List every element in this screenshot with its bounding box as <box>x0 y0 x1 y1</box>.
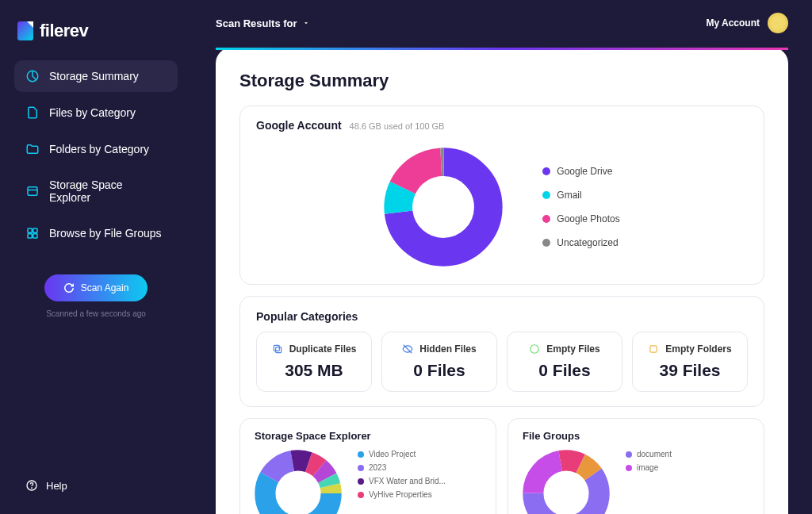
svg-rect-13 <box>275 347 281 353</box>
breadcrumb[interactable]: Scan Results for <box>216 17 310 29</box>
groups-legend: document image <box>626 450 672 472</box>
sidebar-item-storage-explorer[interactable]: Storage Space Explorer <box>14 170 178 213</box>
sidebar-item-file-groups[interactable]: Browse by File Groups <box>14 217 178 249</box>
category-value: 0 Files <box>390 361 488 380</box>
logo-icon <box>17 21 33 40</box>
legend-item: Gmail <box>542 190 619 201</box>
sidebar-item-folders-by-category[interactable]: Folders by Category <box>14 133 178 165</box>
sidebar-item-label: Browse by File Groups <box>49 227 162 240</box>
sidebar-item-label: Files by Category <box>49 106 136 119</box>
svg-rect-5 <box>28 234 32 238</box>
grid-icon <box>25 226 40 240</box>
storage-donut-chart <box>384 148 503 267</box>
category-card-empty-files[interactable]: Empty Files 0 Files <box>507 332 622 392</box>
pie-chart-icon <box>25 69 40 83</box>
scan-button-label: Scan Again <box>81 282 129 293</box>
category-value: 39 Files <box>641 361 739 380</box>
groups-title: File Groups <box>523 430 749 442</box>
empty-file-icon <box>529 343 540 355</box>
page-title: Storage Summary <box>239 71 764 91</box>
help-label: Help <box>46 480 67 492</box>
svg-rect-3 <box>28 228 32 232</box>
refresh-icon <box>63 282 75 293</box>
sidebar: filerev Storage Summary Files by Categor… <box>0 0 192 514</box>
google-account-card: Google Account 48.6 GB used of 100 GB Go… <box>239 105 764 285</box>
topbar: Scan Results for My Account <box>192 0 812 41</box>
avatar <box>768 13 788 33</box>
svg-point-16 <box>530 345 539 354</box>
sidebar-item-storage-summary[interactable]: Storage Summary <box>14 60 178 92</box>
brand-name: filerev <box>40 21 88 41</box>
account-usage-text: 48.6 GB used of 100 GB <box>350 121 445 131</box>
duplicate-icon <box>272 343 283 355</box>
svg-rect-6 <box>33 234 37 238</box>
explorer-icon <box>25 184 40 198</box>
chevron-down-icon <box>302 19 310 27</box>
empty-folder-icon <box>648 343 659 355</box>
sidebar-item-label: Storage Space Explorer <box>49 178 167 204</box>
file-icon <box>25 105 40 120</box>
file-groups-card[interactable]: File Groups document image <box>508 418 764 514</box>
sidebar-item-label: Storage Summary <box>49 70 139 82</box>
category-card-duplicate[interactable]: Duplicate Files 305 MB <box>256 332 372 392</box>
groups-donut-chart <box>523 450 610 514</box>
svg-rect-1 <box>28 187 37 196</box>
category-card-empty-folders[interactable]: Empty Folders 39 Files <box>632 332 748 392</box>
category-card-hidden[interactable]: Hidden Files 0 Files <box>381 332 497 392</box>
breadcrumb-label: Scan Results for <box>216 17 297 29</box>
legend-item: Google Photos <box>542 213 619 224</box>
main-content: Storage Summary Google Account 48.6 GB u… <box>216 48 788 514</box>
hidden-icon <box>402 343 413 355</box>
sidebar-item-label: Folders by Category <box>49 143 149 155</box>
storage-explorer-card[interactable]: Storage Space Explorer Video Pr <box>239 418 496 514</box>
account-label: My Account <box>706 17 760 29</box>
explorer-title: Storage Space Explorer <box>255 430 481 442</box>
legend-item: Google Drive <box>542 166 619 177</box>
folder-icon <box>25 142 40 156</box>
donut-legend: Google Drive Gmail Google Photos Uncateg… <box>542 166 619 248</box>
category-value: 0 Files <box>515 361 614 380</box>
explorer-donut-chart <box>255 450 342 514</box>
scan-status-text: Scanned a few seconds ago <box>14 309 178 318</box>
help-link[interactable]: Help <box>14 473 178 498</box>
explorer-legend: Video Project 2023 VFX Water and Brid...… <box>358 450 446 499</box>
brand-logo[interactable]: filerev <box>14 16 178 60</box>
scan-again-button[interactable]: Scan Again <box>44 274 148 301</box>
svg-rect-14 <box>274 345 279 351</box>
help-icon <box>25 479 38 492</box>
category-value: 305 MB <box>265 361 363 380</box>
svg-rect-4 <box>33 228 37 232</box>
popular-categories-card: Popular Categories Duplicate Files 305 M… <box>239 296 764 407</box>
sidebar-item-files-by-category[interactable]: Files by Category <box>14 97 178 128</box>
account-card-title: Google Account <box>256 119 342 132</box>
svg-rect-17 <box>650 346 657 352</box>
legend-item: Uncategorized <box>542 237 619 248</box>
popular-card-title: Popular Categories <box>256 310 358 323</box>
svg-point-8 <box>32 488 33 489</box>
my-account-link[interactable]: My Account <box>706 13 788 33</box>
